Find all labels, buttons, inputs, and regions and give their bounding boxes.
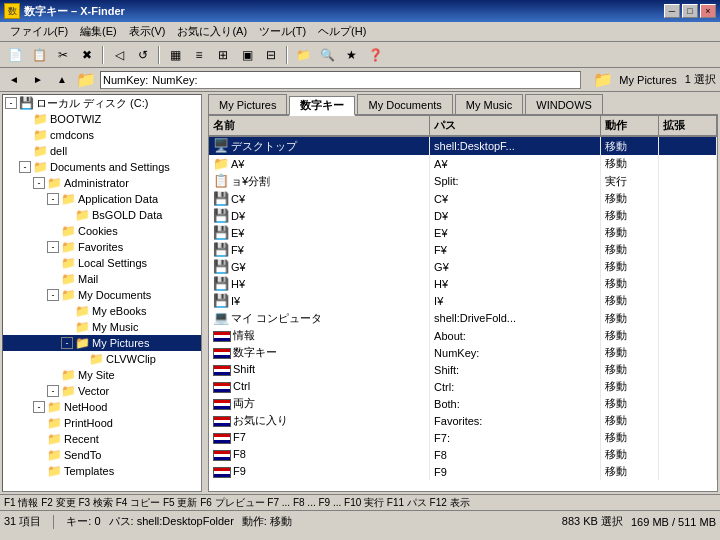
tab-My-Music[interactable]: My Music — [455, 94, 523, 114]
toolbar-delete[interactable]: ✖ — [76, 45, 98, 65]
menu-item-ヘルプH[interactable]: ヘルプ(H) — [312, 22, 372, 41]
table-row[interactable]: 💾E¥E¥移動 — [209, 224, 717, 241]
tree-item[interactable]: 📁PrintHood — [3, 415, 201, 431]
tree-item[interactable]: -📁My Pictures — [3, 335, 201, 351]
tree-expander[interactable]: - — [5, 97, 17, 109]
table-row[interactable]: 情報About:移動 — [209, 327, 717, 344]
toolbar-search[interactable]: 🔍 — [316, 45, 338, 65]
table-row[interactable]: 💻マイ コンピュータshell:DriveFold...移動 — [209, 309, 717, 327]
minimize-button[interactable]: ─ — [664, 4, 680, 18]
tree-expander[interactable]: - — [33, 177, 45, 189]
table-row[interactable]: ShiftShift:移動 — [209, 361, 717, 378]
toolbar-view2[interactable]: ≡ — [188, 45, 210, 65]
tree-item[interactable]: 📁Templates — [3, 463, 201, 479]
tab-My-Pictures[interactable]: My Pictures — [208, 94, 287, 114]
cell-action: 移動 — [600, 395, 658, 412]
tree-expander[interactable]: - — [47, 241, 59, 253]
tree-spacer — [61, 305, 73, 317]
table-row[interactable]: 📋ョ¥分割Split:実行 — [209, 172, 717, 190]
col-header-動作[interactable]: 動作 — [600, 116, 658, 136]
table-container[interactable]: 名前パス動作拡張 🖥️デスクトップshell:DesktopF...移動📁A¥A… — [208, 116, 718, 492]
col-header-パス[interactable]: パス — [430, 116, 601, 136]
table-row[interactable]: 💾D¥D¥移動 — [209, 207, 717, 224]
table-row[interactable]: CtrlCtrl:移動 — [209, 378, 717, 395]
table-row[interactable]: F7F7:移動 — [209, 429, 717, 446]
toolbar-cut[interactable]: ✂ — [52, 45, 74, 65]
toolbar-help[interactable]: ❓ — [364, 45, 386, 65]
tree-folder-icon: 💾 — [19, 96, 34, 110]
menu-item-編集E[interactable]: 編集(E) — [74, 22, 123, 41]
table-row[interactable]: 📁A¥A¥移動 — [209, 155, 717, 172]
tree-expander[interactable]: - — [19, 161, 31, 173]
tree-item[interactable]: -💾ローカル ディスク (C:) — [3, 95, 201, 111]
table-row[interactable]: 💾H¥H¥移動 — [209, 275, 717, 292]
tree-item[interactable]: -📁My Documents — [3, 287, 201, 303]
cell-path: Split: — [430, 172, 601, 190]
tab-数字キー[interactable]: 数字キー — [289, 96, 355, 116]
toolbar-view5[interactable]: ⊟ — [260, 45, 282, 65]
tree-item[interactable]: 📁Recent — [3, 431, 201, 447]
tree-item[interactable]: -📁Favorites — [3, 239, 201, 255]
cell-ext — [658, 190, 716, 207]
tree-expander[interactable]: - — [47, 289, 59, 301]
table-row[interactable]: 数字キーNumKey:移動 — [209, 344, 717, 361]
tree-item[interactable]: 📁My eBooks — [3, 303, 201, 319]
table-row[interactable]: 💾F¥F¥移動 — [209, 241, 717, 258]
tree-expander[interactable]: - — [33, 401, 45, 413]
tree-item[interactable]: 📁Mail — [3, 271, 201, 287]
col-header-名前[interactable]: 名前 — [209, 116, 430, 136]
tree-panel[interactable]: -💾ローカル ディスク (C:)📁BOOTWIZ📁cmdcons📁dell-📁D… — [2, 94, 202, 492]
table-row[interactable]: 両方Both:移動 — [209, 395, 717, 412]
address-input-wrap[interactable]: NumKey: — [100, 71, 581, 89]
nav-back-button[interactable]: ◄ — [4, 71, 24, 89]
nav-up-button[interactable]: ▲ — [52, 71, 72, 89]
menu-item-表示V[interactable]: 表示(V) — [123, 22, 172, 41]
tree-item[interactable]: 📁BOOTWIZ — [3, 111, 201, 127]
toolbar-view1[interactable]: ▦ — [164, 45, 186, 65]
toolbar-copy[interactable]: 📋 — [28, 45, 50, 65]
nav-forward-button[interactable]: ► — [28, 71, 48, 89]
menu-item-ツールT[interactable]: ツール(T) — [253, 22, 312, 41]
tree-label: Vector — [78, 385, 109, 397]
tree-item[interactable]: 📁My Music — [3, 319, 201, 335]
toolbar-refresh[interactable]: ↺ — [132, 45, 154, 65]
tab-My-Documents[interactable]: My Documents — [357, 94, 452, 114]
tree-item[interactable]: 📁Cookies — [3, 223, 201, 239]
close-button[interactable]: × — [700, 4, 716, 18]
tree-item[interactable]: 📁BsGOLD Data — [3, 207, 201, 223]
col-header-拡張[interactable]: 拡張 — [658, 116, 716, 136]
tree-item[interactable]: 📁My Site — [3, 367, 201, 383]
tab-WINDOWS[interactable]: WINDOWS — [525, 94, 603, 114]
tree-item[interactable]: -📁Vector — [3, 383, 201, 399]
maximize-button[interactable]: □ — [682, 4, 698, 18]
table-row[interactable]: F9F9移動 — [209, 463, 717, 480]
tree-item[interactable]: -📁Documents and Settings — [3, 159, 201, 175]
tree-item[interactable]: 📁Local Settings — [3, 255, 201, 271]
tree-item[interactable]: -📁Application Data — [3, 191, 201, 207]
table-row[interactable]: お気に入りFavorites:移動 — [209, 412, 717, 429]
tree-item[interactable]: -📁Administrator — [3, 175, 201, 191]
table-row[interactable]: 💾G¥G¥移動 — [209, 258, 717, 275]
tree-expander[interactable]: - — [47, 193, 59, 205]
toolbar-back[interactable]: ◁ — [108, 45, 130, 65]
table-row[interactable]: F8F8移動 — [209, 446, 717, 463]
tree-item[interactable]: -📁NetHood — [3, 399, 201, 415]
menu-item-お気に入りA[interactable]: お気に入り(A) — [171, 22, 253, 41]
tree-folder-icon: 📁 — [61, 288, 76, 302]
toolbar-folder[interactable]: 📁 — [292, 45, 314, 65]
tree-item[interactable]: 📁CLVWClip — [3, 351, 201, 367]
tree-expander[interactable]: - — [61, 337, 73, 349]
tree-item[interactable]: 📁SendTo — [3, 447, 201, 463]
address-input[interactable] — [152, 74, 578, 86]
toolbar-fav[interactable]: ★ — [340, 45, 362, 65]
tree-item[interactable]: 📁dell — [3, 143, 201, 159]
tree-expander[interactable]: - — [47, 385, 59, 397]
table-row[interactable]: 🖥️デスクトップshell:DesktopF...移動 — [209, 136, 717, 155]
tree-item[interactable]: 📁cmdcons — [3, 127, 201, 143]
menu-item-ファイルF[interactable]: ファイル(F) — [4, 22, 74, 41]
toolbar-view3[interactable]: ⊞ — [212, 45, 234, 65]
toolbar-view4[interactable]: ▣ — [236, 45, 258, 65]
toolbar-new[interactable]: 📄 — [4, 45, 26, 65]
table-row[interactable]: 💾I¥I¥移動 — [209, 292, 717, 309]
table-row[interactable]: 💾C¥C¥移動 — [209, 190, 717, 207]
